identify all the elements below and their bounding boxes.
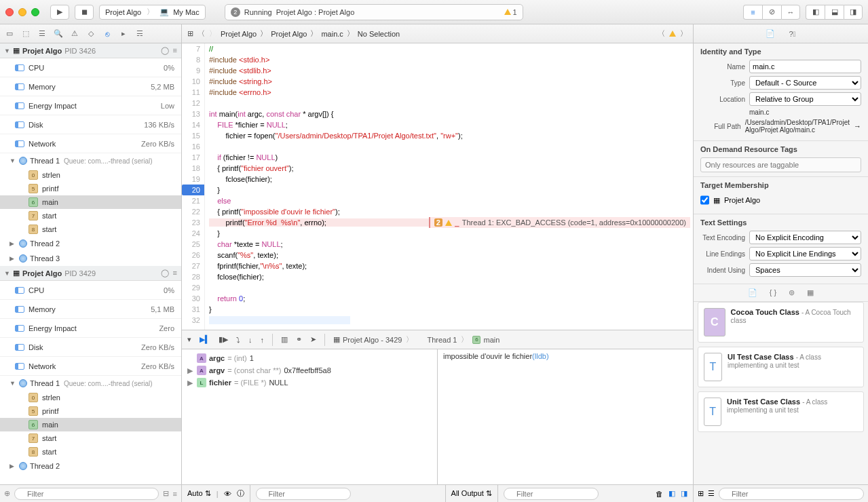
project-nav-icon[interactable]: ▭ [4,28,15,39]
debug-console[interactable]: impossible d'ouvir le fichier(lldb) [438,349,693,484]
close-window-button[interactable] [5,8,14,16]
assistant-editor-button[interactable]: ⊘ [762,5,781,20]
clear-console-icon[interactable]: 🗑 [656,490,663,498]
memory-metric[interactable]: Memory5,1 MB [0,300,181,319]
continue-button[interactable]: ▮▶ [219,335,228,344]
related-items-icon[interactable]: ⊞ [187,29,193,38]
warning-badge[interactable]: 1 [504,8,517,16]
list-view-icon[interactable]: ☰ [708,489,715,498]
stack-frame-row[interactable]: 8start [0,445,181,459]
breakpoints-toggle-icon[interactable]: ▶▍ [200,335,210,344]
navigator-filter-input[interactable] [14,488,159,500]
step-into-button[interactable]: ↓ [248,336,252,344]
network-metric[interactable]: NetworkZero KB/s [0,134,181,153]
jumpbar-selection[interactable]: No Selection [358,30,400,38]
print-description-icon[interactable]: ⓘ [237,488,244,499]
library-item[interactable]: TUnit Test Case Class - A class implemen… [698,391,864,432]
version-editor-button[interactable]: ↔ [781,5,800,20]
stop-button[interactable]: ◼ [75,5,94,20]
thread-row[interactable]: ▶Thread 2 [0,459,181,474]
jumpbar-next-button[interactable]: 〉 [680,28,687,39]
reveal-icon[interactable]: → [854,122,861,130]
target-checkbox[interactable] [700,193,709,207]
filter-option-icon[interactable]: ⊟ [163,489,169,498]
library-item[interactable]: CCocoa Touch Class - A Cocoa Touch class [698,302,864,343]
hide-debug-icon[interactable]: ▾ [187,335,191,344]
file-name-input[interactable] [749,60,861,73]
stack-frame-row[interactable]: 5printf [0,404,181,418]
toggle-left-panel-button[interactable]: ◧ [806,5,825,20]
toggle-bottom-panel-button[interactable]: ⬓ [825,5,844,20]
test-nav-icon[interactable]: ◇ [86,28,96,39]
file-inspector-icon[interactable]: 📄 [766,29,775,38]
encoding-select[interactable]: No Explicit Encoding [749,231,861,244]
network-metric[interactable]: NetworkZero KB/s [0,357,181,376]
jumpbar-warning-icon[interactable] [669,31,676,37]
grid-view-icon[interactable]: ⊞ [698,489,704,498]
quick-help-icon[interactable]: ?⃝ [789,30,795,38]
stack-frame-row[interactable]: 5printf [0,182,181,195]
activity-status[interactable]: 2 Running Projet Algo : Projet Algo 1 [225,4,523,20]
jumpbar-project[interactable]: Projet Algo [221,30,257,38]
stack-frame-row[interactable]: 0strlen [0,168,181,182]
toggle-vars-pane-icon[interactable]: ◧ [668,489,675,498]
breakpoint-nav-icon[interactable]: ▸ [118,28,129,39]
disk-metric[interactable]: Disk136 KB/s [0,115,181,134]
file-type-select[interactable]: Default - C Source [749,76,861,90]
jumpbar-folder[interactable]: Projet Algo [271,30,307,38]
cpu-metric[interactable]: CPU0% [0,58,181,77]
find-nav-icon[interactable]: 🔍 [53,28,64,39]
line-endings-select[interactable]: No Explicit Line Endings [749,247,861,260]
disk-metric[interactable]: DiskZero KB/s [0,338,181,357]
memory-metric[interactable]: Memory5,2 MB [0,77,181,96]
scheme-selector[interactable]: Projet Algo 〉 💻 My Mac [99,5,206,20]
memory-graph-icon[interactable]: ⚭ [296,335,302,344]
options-icon[interactable]: ≡ [173,46,177,55]
location-icon[interactable]: ➤ [310,335,316,344]
energy-metric[interactable]: Energy ImpactLow [0,96,181,115]
output-scope-selector[interactable]: All Output ⇅ [451,489,492,498]
stack-frame-row[interactable]: 8start [0,223,181,236]
toggle-right-panel-button[interactable]: ◨ [844,5,863,20]
variables-view[interactable]: A argc = (int) 1 ▶A argv = (const char *… [182,349,438,484]
thread-row[interactable]: ▶Thread 3 [0,251,181,266]
process-header[interactable]: ▼ ▦ Projet Algo PID 3426 ◯≡ [0,43,181,58]
step-over-button[interactable]: ⤵ [236,336,240,344]
source-control-nav-icon[interactable]: ⬚ [20,28,31,39]
energy-metric[interactable]: Energy ImpactZero [0,319,181,338]
thread-row[interactable]: ▼Thread 1Queue: com....-thread (serial) [0,376,181,391]
symbol-nav-icon[interactable]: ☰ [37,28,48,39]
location-select[interactable]: Relative to Group [749,92,861,106]
stack-frame-row[interactable]: 7start [0,431,181,445]
quicklook-icon[interactable]: 👁 [224,490,231,498]
stack-frame-row[interactable]: 6main [0,418,181,431]
filter-option-icon[interactable]: ≡ [173,490,177,498]
back-button[interactable]: 〈 [197,28,205,39]
forward-button[interactable]: 〉 [209,28,216,39]
stack-frame-row[interactable]: 6main [0,195,181,209]
auto-scope-selector[interactable]: Auto ⇅ [187,489,211,498]
cpu-metric[interactable]: CPU0% [0,281,181,300]
minimize-window-button[interactable] [18,8,26,16]
file-template-library-icon[interactable]: 📄 [748,288,757,297]
step-out-button[interactable]: ↑ [261,336,265,344]
stack-frame-row[interactable]: 0strlen [0,391,181,404]
media-library-icon[interactable]: ▦ [807,288,814,297]
object-library-icon[interactable]: ⊚ [789,288,795,297]
pause-icon[interactable]: ◯ [161,46,169,55]
report-nav-icon[interactable]: ☴ [134,28,145,39]
inline-error-annotation[interactable]: 2 ⎯ Thread 1: EXC_BAD_ACCESS (code=1, ad… [429,217,690,228]
standard-editor-button[interactable]: ≡ [743,5,762,20]
filter-icon[interactable]: ⊕ [4,489,10,498]
console-filter-input[interactable] [504,488,599,500]
source-editor[interactable]: 7891011121314151617181920212223242526272… [182,43,693,330]
thread-row[interactable]: ▶Thread 2 [0,236,181,251]
jumpbar-file[interactable]: main.c [321,30,343,38]
code-snippet-library-icon[interactable]: { } [770,288,776,297]
variables-filter-input[interactable] [256,488,351,500]
jumpbar-prev-button[interactable]: 〈 [658,28,665,39]
stack-frame-row[interactable]: 7start [0,209,181,223]
debug-nav-icon[interactable]: ⎋ [102,28,113,39]
issue-nav-icon[interactable]: ⚠ [69,28,80,39]
view-hierarchy-icon[interactable]: ▥ [281,335,288,344]
